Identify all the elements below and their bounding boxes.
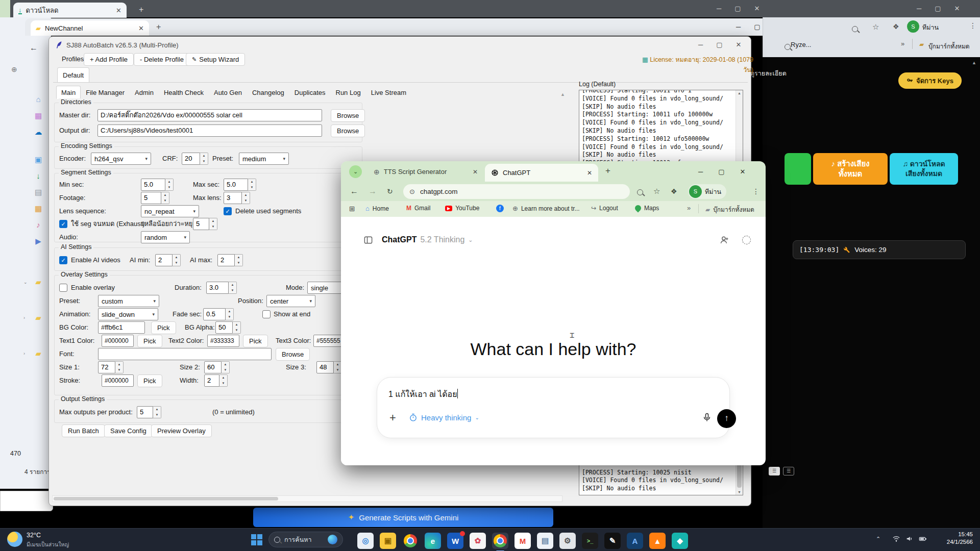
ai-max-spinner[interactable]: 2▲▼: [217, 254, 243, 266]
min-sec-spinner[interactable]: 5.0▲▼: [141, 179, 174, 191]
chrome-window-controls[interactable]: ─▢✕: [698, 161, 745, 182]
bookmark-facebook[interactable]: f: [496, 205, 504, 212]
prompt-text[interactable]: 1 แก้ให้เอา ai ได้อย: [388, 388, 458, 400]
details-view-icon[interactable]: ☰: [783, 467, 794, 475]
scrollbar-up-icon[interactable]: ▲: [972, 60, 976, 65]
tab-health-check[interactable]: Health Check: [159, 86, 209, 99]
new-tab-icon[interactable]: +: [605, 166, 610, 176]
list-view-icon[interactable]: ☰: [769, 467, 780, 475]
green-button[interactable]: [785, 153, 811, 185]
taskbar-chrome-active[interactable]: [492, 533, 508, 549]
tab-auto-gen[interactable]: Auto Gen: [209, 86, 247, 99]
bookmark-logout[interactable]: ↪Logout: [591, 205, 618, 212]
search-icon[interactable]: [785, 44, 791, 50]
attach-icon[interactable]: +: [389, 411, 396, 424]
bg-color-input[interactable]: #ffb6c1: [98, 321, 145, 334]
bookmark-gmail[interactable]: MGmail: [406, 205, 430, 212]
mic-icon[interactable]: [702, 412, 712, 422]
url-text[interactable]: Ryze...: [791, 41, 811, 48]
taskbar-notepad[interactable]: ▤: [537, 533, 553, 549]
tab-group-chevron[interactable]: ⌄: [349, 165, 362, 178]
bookmarks-all[interactable]: บุ๊กมาร์กทั้งหมด: [928, 41, 970, 51]
text1-pick-button[interactable]: Pick: [137, 335, 162, 347]
chevron-right-icon[interactable]: »: [901, 40, 904, 47]
taskbar-word[interactable]: W: [447, 533, 463, 549]
text1-color-input[interactable]: #000000: [102, 335, 134, 347]
taskbar-paint[interactable]: ✿: [470, 533, 486, 549]
fade-spinner[interactable]: 0.5▲▼: [203, 308, 234, 320]
taskbar-gmail[interactable]: M: [514, 533, 531, 549]
size2-spinner[interactable]: 60▲▼: [204, 361, 230, 373]
manage-keys-button[interactable]: จัดการ Keys: [898, 72, 962, 89]
tab-main[interactable]: Main: [56, 86, 81, 99]
sidebar-item-onedrive[interactable]: ☁: [32, 126, 45, 139]
sidebar-item-videos[interactable]: ▶: [32, 235, 45, 248]
tab-duplicates[interactable]: Duplicates: [289, 86, 331, 99]
avatar[interactable]: S: [907, 20, 919, 33]
stroke-pick-button[interactable]: Pick: [137, 374, 162, 387]
tray-chevron-icon[interactable]: ⌃: [876, 536, 880, 542]
scrollbar-thumb[interactable]: [54, 497, 278, 500]
profile-chip[interactable]: S ทีม่าน: [688, 184, 726, 199]
stroke-color-input[interactable]: #000000: [102, 374, 134, 387]
output-dir-input[interactable]: C:/Users/sj88s/Videos/test0001: [97, 124, 322, 137]
back-icon[interactable]: ←: [350, 182, 358, 201]
taskbar-terminal[interactable]: >_: [582, 533, 598, 549]
sidebar-item-pictures[interactable]: ▦: [32, 202, 45, 215]
taskbar-edge[interactable]: e: [425, 533, 441, 549]
taskbar-vlc[interactable]: ▲: [649, 533, 666, 549]
delete-used-checkbox[interactable]: ✓: [224, 207, 232, 215]
star-icon[interactable]: ☆: [653, 182, 660, 201]
max-lens-spinner[interactable]: 3▲▼: [224, 192, 250, 204]
sj88-window-controls[interactable]: ─▢✕: [698, 41, 741, 48]
sidebar-item-music[interactable]: ♪: [32, 218, 45, 232]
profile-tab-default[interactable]: Default: [57, 67, 89, 83]
search-icon[interactable]: [852, 26, 858, 32]
max-sec-spinner[interactable]: 5.0▲▼: [224, 179, 256, 191]
sidebar-item-folder[interactable]: ▰: [32, 276, 45, 289]
scrollbar-up-icon[interactable]: ▲: [560, 92, 565, 97]
footage-spinner[interactable]: 5▲▼: [141, 192, 169, 204]
tab-chatgpt-active[interactable]: ChatGPT ✕: [485, 164, 598, 182]
browse-output-button[interactable]: Browse: [331, 124, 365, 137]
all-bookmarks[interactable]: ▰บุ๊กมาร์กทั้งหมด: [705, 205, 754, 214]
tab-downloads[interactable]: ↓ ดาวน์โหลด ✕: [13, 3, 127, 18]
max-outputs-spinner[interactable]: 5▲▼: [137, 406, 161, 418]
tray-icons[interactable]: [892, 535, 927, 543]
tab-file-manager[interactable]: File Manager: [81, 86, 130, 99]
bg-pick-button[interactable]: Pick: [151, 321, 176, 334]
reload-icon[interactable]: ↻: [387, 182, 393, 201]
prompt-input-card[interactable]: 1 แก้ให้เอา ai ได้อย + Heavy thinking ⌄ …: [377, 377, 730, 438]
zoom-icon[interactable]: [637, 189, 643, 195]
extensions-icon[interactable]: ❖: [893, 22, 899, 31]
lens-sequence-select[interactable]: no_repeat▾: [141, 205, 199, 217]
close-icon[interactable]: ✕: [138, 24, 144, 32]
sidebar-item-gallery[interactable]: ▦: [32, 109, 45, 122]
menu-icon[interactable]: ⋮: [969, 21, 976, 30]
site-settings-icon[interactable]: ⊙: [409, 188, 415, 195]
apps-grid-icon[interactable]: ⊞: [349, 205, 355, 213]
bookmark-maps[interactable]: Maps: [635, 205, 659, 212]
preview-overlay-button[interactable]: Preview Overlay: [151, 424, 212, 437]
enable-ai-checkbox[interactable]: ✓: [59, 256, 67, 264]
preset-select[interactable]: medium▾: [239, 153, 289, 165]
weather-icon[interactable]: [7, 532, 22, 547]
tab-changelog[interactable]: Changelog: [247, 86, 289, 99]
sidebar-item-home[interactable]: ⌂: [32, 93, 45, 106]
bookmark-home[interactable]: ⌂Home: [365, 205, 389, 212]
bookmark-youtube[interactable]: ▶YouTube: [445, 205, 479, 212]
run-batch-button[interactable]: Run Batch: [62, 424, 105, 437]
weather-temp[interactable]: 32°C: [27, 532, 41, 539]
menu-icon[interactable]: ⋮: [752, 182, 760, 201]
delete-profile-button[interactable]: - Delete Profile: [134, 53, 190, 66]
taskbar-chrome[interactable]: [402, 533, 419, 549]
thinking-mode-pill[interactable]: Heavy thinking ⌄: [409, 413, 479, 422]
new-tab-button[interactable]: +: [156, 22, 161, 32]
font-input[interactable]: [98, 348, 272, 360]
setup-wizard-button[interactable]: ✎Setup Wizard: [186, 53, 245, 66]
extensions-icon[interactable]: ❖: [671, 182, 677, 201]
close-icon[interactable]: ✕: [116, 7, 121, 14]
taskbar-search[interactable]: การค้นหา: [268, 532, 343, 547]
bg-alpha-spinner[interactable]: 50▲▼: [215, 321, 241, 334]
exhaust-checkbox[interactable]: ✓: [59, 220, 67, 228]
